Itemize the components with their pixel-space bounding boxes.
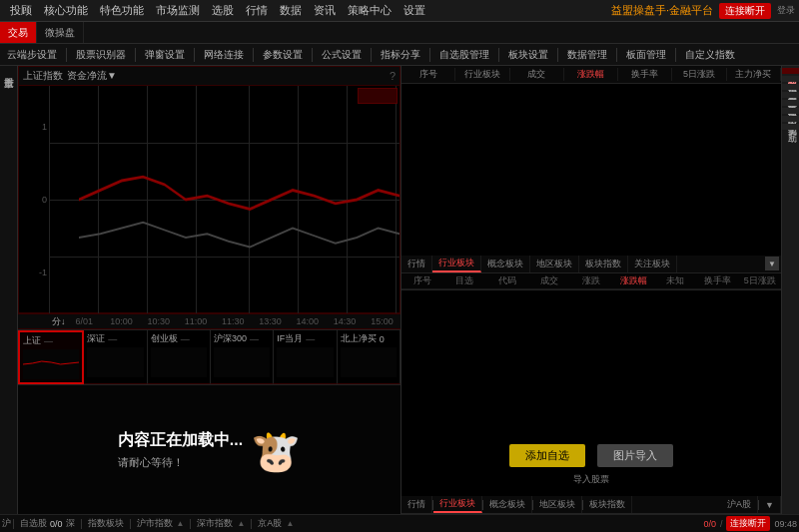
rpt-tab-concept[interactable]: 概念板块: [481, 256, 530, 272]
bottom-jing-stock[interactable]: 京A股 ▲: [254, 515, 298, 532]
chart-y-axis: 1 0 -1: [19, 86, 49, 313]
right-panel: 序号 行业板块 成交 涨跌幅 换手率 5日涨跌 主力净买 行情 行业板块 概念板…: [401, 66, 781, 514]
import-img-button[interactable]: 图片导入: [597, 444, 673, 467]
rpt-tab-sectoridx[interactable]: 板块指数: [579, 256, 628, 272]
tab-trade[interactable]: 交易: [0, 22, 37, 43]
bi-jing-label: 京A股: [258, 517, 282, 530]
bottom-zs-block[interactable]: 指数板块: [84, 515, 128, 532]
rpt-tab-region[interactable]: 地区板块: [530, 256, 579, 272]
nav-item-quotes[interactable]: 行情: [240, 0, 274, 21]
index-szz-dash: —: [108, 334, 117, 344]
bottom-watchlist[interactable]: 自选股 0/0 深: [16, 515, 79, 532]
toolbar-block[interactable]: 板块设置: [503, 47, 553, 63]
sep3: [194, 48, 195, 62]
tab-bar: 交易 微操盘: [0, 22, 799, 44]
nav-item-settings[interactable]: 设置: [398, 0, 431, 21]
bi-shen-label: 深: [66, 517, 75, 530]
sep10: [616, 48, 617, 62]
chart-body[interactable]: 1 0 -1: [19, 86, 400, 313]
toolbar-formula[interactable]: 公式设置: [317, 47, 367, 63]
index-szz[interactable]: 深证 —: [84, 330, 147, 384]
bottom-sh-index[interactable]: 沪市指数 ▲: [133, 515, 189, 532]
toolbar-cloud[interactable]: 云端步设置: [2, 47, 62, 63]
sep1: [66, 48, 67, 62]
rbt-hsa[interactable]: 沪A股: [721, 496, 758, 513]
loading-icon: 🐮: [251, 428, 301, 475]
time-11-30: 11:30: [215, 316, 252, 326]
index-hs300[interactable]: 沪深300 —: [211, 330, 274, 384]
chart-y-label-2: 0: [19, 195, 49, 205]
rbt-quotes[interactable]: 行情: [401, 496, 432, 513]
right-table-header: 序号 行业板块 成交 涨跌幅 换手率 5日涨跌 主力净买: [401, 66, 781, 84]
loading-sub-text: 请耐心等待！: [118, 455, 243, 470]
toolbar-panel[interactable]: 板面管理: [621, 47, 671, 63]
far-right-help[interactable]: 互助: [782, 124, 799, 130]
left-sidebar: 股市全景: [0, 66, 18, 514]
toolbar-params[interactable]: 参数设置: [258, 47, 308, 63]
nav-item-special[interactable]: 特色功能: [94, 0, 150, 21]
rbt-sector[interactable]: 行业板块: [433, 496, 482, 513]
bi-sep-1: [81, 519, 82, 529]
nav-item-select[interactable]: 选股: [206, 0, 240, 21]
nav-item-strategy[interactable]: 策略中心: [342, 0, 398, 21]
index-north[interactable]: 北上净买 0: [338, 330, 400, 384]
right-panel-menu[interactable]: ▼: [765, 257, 779, 270]
rbt-sectoridx[interactable]: 板块指数: [583, 496, 632, 513]
index-shzz[interactable]: 上证 —: [18, 330, 84, 384]
index-north-name: 北上净买: [341, 332, 377, 345]
rbt-indicator[interactable]: ▼: [759, 496, 781, 513]
index-if[interactable]: IF当月 —: [274, 330, 337, 384]
tab-microbox[interactable]: 微操盘: [37, 22, 84, 43]
nav-item-info[interactable]: 资讯: [308, 0, 342, 21]
chart-area[interactable]: 上证指数 资金净流▼ ? 1 0 -1: [18, 66, 400, 313]
toolbar-watchlist[interactable]: 自选股管理: [434, 47, 494, 63]
bottom-connect-btn[interactable]: 连接断开: [726, 516, 770, 531]
index-hs300-name: 沪深300: [214, 332, 247, 345]
far-right-personal-center[interactable]: 个人中心: [782, 108, 799, 114]
far-right-sidebar: 实战指南 用户培训 招资直播 个性化分析 软件使用 个人中心 关于我们 互助: [781, 66, 799, 514]
toolbar-network[interactable]: 网络连接: [199, 47, 249, 63]
add-watchlist-button[interactable]: 添加自选: [509, 444, 585, 467]
chart-question[interactable]: ?: [390, 70, 396, 82]
rsth-unknown: 未知: [654, 274, 696, 287]
chart-y-label-1: 1: [19, 122, 49, 132]
rbt-concept[interactable]: 概念板块: [483, 496, 532, 513]
rbt-region[interactable]: 地区板块: [533, 496, 582, 513]
bi-sep-4: [251, 519, 252, 529]
far-right-guide[interactable]: 实战指南: [782, 68, 799, 74]
nav-item-data[interactable]: 数据: [274, 0, 308, 21]
toolbar-custom-index[interactable]: 自定义指数: [680, 47, 740, 63]
far-right-about[interactable]: 关于我们: [782, 116, 799, 122]
rsth-watch: 目选: [443, 274, 485, 287]
action-import-img: 图片导入: [597, 444, 673, 467]
connect-button[interactable]: 连接断开: [719, 3, 771, 19]
time-10-30: 10:30: [140, 316, 177, 326]
nav-item-core[interactable]: 核心功能: [38, 0, 94, 21]
rpt-tab-quotes[interactable]: 行情: [401, 256, 432, 272]
sidebar-market-label[interactable]: 股市全景: [2, 66, 16, 74]
toolbar-share[interactable]: 指标分享: [376, 47, 425, 63]
right-table-body: [401, 84, 781, 256]
toolbar-datamanage[interactable]: 数据管理: [562, 47, 612, 63]
nav-item-market[interactable]: 市场监测: [150, 0, 206, 21]
index-shzz-thumb: [23, 349, 79, 379]
time-arrow: 分↓: [52, 315, 66, 328]
far-right-software[interactable]: 软件使用: [782, 100, 799, 106]
bi-watchlist-label: 自选股: [20, 517, 47, 530]
right-bottom-section: 添加自选 图片导入 导入股票 行情 行业板块 概念板块 地区板块 板块指数: [401, 290, 781, 515]
chart-subtitle: 资金净流▼: [67, 69, 117, 83]
sep11: [675, 48, 676, 62]
chart-svg: [79, 86, 400, 313]
far-right-personal[interactable]: 个性化分析: [782, 92, 799, 98]
toolbar-stock-id[interactable]: 股票识别器: [71, 47, 131, 63]
login-link[interactable]: 登录: [777, 4, 795, 17]
rpt-tab-sector[interactable]: 行业板块: [432, 256, 481, 272]
far-right-recruit[interactable]: 招资直播: [782, 84, 799, 90]
index-cyb[interactable]: 创业板 —: [148, 330, 211, 384]
rpt-tab-watchlist[interactable]: 关注板块: [628, 256, 677, 272]
rth-sector: 行业板块: [455, 68, 509, 81]
bottom-sz-index[interactable]: 深市指数 ▲: [193, 515, 249, 532]
toolbar-popup[interactable]: 弹窗设置: [140, 47, 190, 63]
far-right-training[interactable]: 用户培训: [782, 76, 799, 82]
nav-item-tougu[interactable]: 投顾: [4, 0, 38, 21]
